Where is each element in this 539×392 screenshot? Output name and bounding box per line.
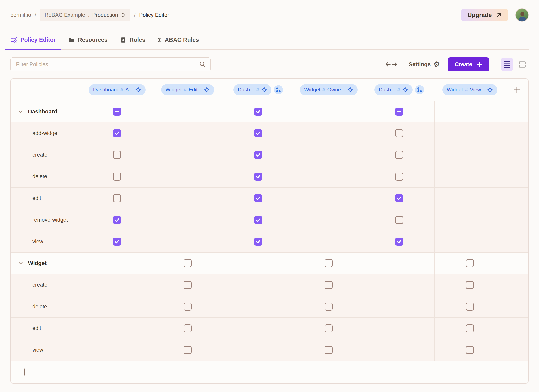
role-column-pill[interactable]: Widget#Owne... <box>300 84 358 95</box>
settings-label: Settings <box>409 61 431 68</box>
permission-checkbox[interactable] <box>395 173 403 181</box>
chevron-down-icon[interactable] <box>18 109 24 115</box>
add-resource-button[interactable] <box>20 368 29 376</box>
permission-checkbox[interactable] <box>395 151 403 159</box>
permission-checkbox[interactable] <box>395 129 403 137</box>
filler-cell <box>505 274 528 295</box>
permission-checkbox[interactable] <box>183 324 192 332</box>
grid-body: Dashboardadd-widgetcreatedeleteeditremov… <box>11 101 528 361</box>
diamond-sparkle-icon <box>261 87 267 93</box>
permission-checkbox[interactable] <box>113 129 121 137</box>
role-column-pill[interactable]: Dashboard#A... <box>89 84 145 95</box>
permission-checkbox[interactable] <box>466 346 474 354</box>
permission-checkbox[interactable] <box>325 303 333 311</box>
permission-checkbox[interactable] <box>395 194 403 202</box>
permission-checkbox[interactable] <box>113 216 121 224</box>
permission-cell <box>82 188 152 209</box>
permission-checkbox[interactable] <box>183 259 192 267</box>
permission-checkbox[interactable] <box>254 108 262 116</box>
resource-group-label-cell: Widget <box>11 253 82 274</box>
settings-button[interactable]: Settings ⚙ <box>409 61 440 68</box>
resize-arrows-icon[interactable] <box>385 61 397 68</box>
permission-cell <box>223 144 294 166</box>
breadcrumb-separator: / <box>35 12 36 18</box>
tab-resources[interactable]: Resources <box>63 30 113 49</box>
permission-checkbox[interactable] <box>325 324 333 332</box>
permission-checkbox[interactable] <box>254 237 262 246</box>
permission-cell <box>294 209 364 231</box>
role-resource-name: Dash... <box>238 87 254 93</box>
permission-cell <box>152 122 223 144</box>
table-row: view <box>11 339 528 361</box>
derived-role-icon[interactable] <box>274 85 283 94</box>
permission-cell <box>294 122 364 144</box>
permission-cell <box>223 166 294 187</box>
role-hash-separator: # <box>322 87 325 93</box>
action-label-cell: create <box>11 274 82 295</box>
permission-checkbox[interactable] <box>254 216 262 224</box>
check-icon <box>255 195 261 201</box>
tab-roles[interactable]: Roles <box>114 30 151 49</box>
table-row: edit <box>11 187 528 209</box>
action-name: delete <box>32 173 47 180</box>
permission-checkbox[interactable] <box>325 259 333 267</box>
permission-checkbox[interactable] <box>466 303 474 311</box>
sigma-icon: Σ <box>158 37 162 43</box>
permission-checkbox[interactable] <box>395 108 403 116</box>
action-label-cell: edit <box>11 188 82 209</box>
add-role-button[interactable] <box>513 86 521 94</box>
permission-checkbox[interactable] <box>466 281 474 289</box>
permission-cell <box>435 144 505 166</box>
check-icon <box>396 239 402 245</box>
action-name: add-widget <box>32 130 59 136</box>
role-hash-separator: # <box>183 87 186 93</box>
filter-policies-input[interactable] <box>10 57 211 71</box>
role-column-pill[interactable]: Dash...# <box>233 84 271 95</box>
create-button[interactable]: Create <box>448 57 489 71</box>
project-env-selector[interactable]: ReBAC Example : Production <box>40 9 130 21</box>
permission-checkbox[interactable] <box>325 281 333 289</box>
permission-checkbox[interactable] <box>395 216 403 224</box>
diamond-sparkle-icon <box>204 87 210 93</box>
permission-cell <box>294 296 364 317</box>
tab-abac-rules[interactable]: Σ ABAC Rules <box>152 30 205 49</box>
list-view-toggle[interactable] <box>516 58 529 71</box>
tab-policy-editor[interactable]: Policy Editor <box>5 30 61 49</box>
chevron-up-down-icon <box>121 12 125 18</box>
permission-cell <box>82 122 152 144</box>
upgrade-button[interactable]: Upgrade <box>462 9 508 21</box>
permission-checkbox[interactable] <box>395 237 403 246</box>
permission-cell <box>82 209 152 231</box>
role-hash-separator: # <box>465 87 468 93</box>
role-column-pill[interactable]: Dash...# <box>375 84 413 95</box>
permission-checkbox[interactable] <box>113 237 121 246</box>
avatar[interactable] <box>515 8 529 22</box>
role-column-pill[interactable]: Widget#Edit... <box>161 84 214 95</box>
permission-checkbox[interactable] <box>254 173 262 181</box>
chevron-down-icon[interactable] <box>18 260 24 266</box>
permission-checkbox[interactable] <box>183 346 192 354</box>
filler-cell <box>505 122 528 144</box>
permission-checkbox[interactable] <box>113 151 121 159</box>
permission-checkbox[interactable] <box>113 194 121 202</box>
permission-checkbox[interactable] <box>113 173 121 181</box>
permission-checkbox[interactable] <box>466 259 474 267</box>
permission-checkbox[interactable] <box>113 108 121 116</box>
permission-checkbox[interactable] <box>254 194 262 202</box>
permission-checkbox[interactable] <box>183 303 192 311</box>
permission-cell <box>435 274 505 295</box>
action-name: remove-widget <box>32 217 68 223</box>
permission-checkbox[interactable] <box>254 151 262 159</box>
derived-role-icon[interactable] <box>415 85 424 94</box>
project-env-colon: : <box>88 12 90 18</box>
permission-checkbox[interactable] <box>325 346 333 354</box>
breadcrumb-separator: / <box>134 12 135 18</box>
grid-view-toggle[interactable] <box>500 58 513 71</box>
permission-checkbox[interactable] <box>466 324 474 332</box>
permission-checkbox[interactable] <box>254 129 262 137</box>
breadcrumb-org[interactable]: permit.io <box>10 12 31 18</box>
check-icon <box>255 174 261 180</box>
permission-checkbox[interactable] <box>183 281 192 289</box>
environment-name: Production <box>92 12 118 18</box>
role-column-pill[interactable]: Widget#View... <box>443 84 498 95</box>
